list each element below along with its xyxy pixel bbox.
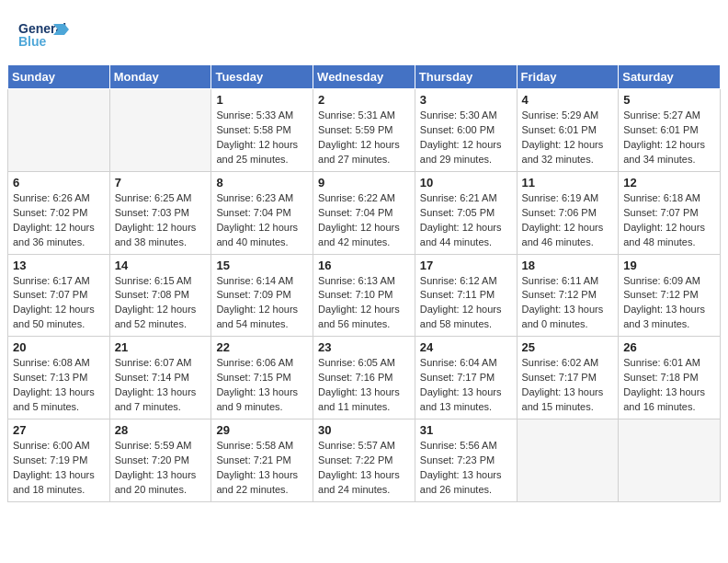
day-number: 5: [623, 93, 715, 107]
calendar-cell: 18Sunrise: 6:11 AM Sunset: 7:12 PM Dayli…: [517, 254, 619, 337]
day-details: Sunrise: 6:04 AM Sunset: 7:17 PM Dayligh…: [420, 356, 512, 415]
calendar-cell: 14Sunrise: 6:15 AM Sunset: 7:08 PM Dayli…: [109, 254, 211, 337]
day-details: Sunrise: 5:58 AM Sunset: 7:21 PM Dayligh…: [216, 439, 308, 498]
week-row-5: 27Sunrise: 6:00 AM Sunset: 7:19 PM Dayli…: [8, 419, 721, 502]
day-number: 25: [522, 340, 614, 354]
calendar-table: SundayMondayTuesdayWednesdayThursdayFrid…: [7, 64, 721, 502]
day-number: 29: [216, 423, 308, 437]
calendar-cell: 4Sunrise: 5:29 AM Sunset: 6:01 PM Daylig…: [517, 89, 619, 172]
calendar-cell: [109, 89, 211, 172]
calendar-cell: 22Sunrise: 6:06 AM Sunset: 7:15 PM Dayli…: [211, 337, 313, 419]
calendar-cell: 19Sunrise: 6:09 AM Sunset: 7:12 PM Dayli…: [619, 254, 721, 337]
weekday-header-thursday: Thursday: [415, 65, 517, 89]
calendar-cell: 9Sunrise: 6:22 AM Sunset: 7:04 PM Daylig…: [313, 171, 415, 254]
day-details: Sunrise: 6:02 AM Sunset: 7:17 PM Dayligh…: [522, 356, 614, 415]
page-header: General Blue: [0, 0, 728, 64]
weekday-header-row: SundayMondayTuesdayWednesdayThursdayFrid…: [8, 65, 721, 89]
day-number: 23: [318, 340, 410, 354]
calendar-cell: 31Sunrise: 5:56 AM Sunset: 7:23 PM Dayli…: [415, 419, 517, 502]
day-number: 19: [623, 259, 715, 272]
calendar-cell: [8, 89, 110, 172]
week-row-1: 1Sunrise: 5:33 AM Sunset: 5:58 PM Daylig…: [8, 89, 721, 172]
day-details: Sunrise: 6:19 AM Sunset: 7:06 PM Dayligh…: [522, 191, 614, 250]
week-row-4: 20Sunrise: 6:08 AM Sunset: 7:13 PM Dayli…: [8, 337, 721, 419]
day-details: Sunrise: 5:56 AM Sunset: 7:23 PM Dayligh…: [420, 439, 512, 498]
calendar-cell: 20Sunrise: 6:08 AM Sunset: 7:13 PM Dayli…: [8, 337, 110, 419]
day-number: 3: [420, 93, 512, 107]
day-number: 30: [318, 423, 410, 437]
calendar-cell: 30Sunrise: 5:57 AM Sunset: 7:22 PM Dayli…: [313, 419, 415, 502]
day-details: Sunrise: 5:31 AM Sunset: 5:59 PM Dayligh…: [318, 109, 410, 167]
day-number: 20: [13, 340, 105, 354]
day-number: 18: [522, 259, 614, 272]
day-number: 2: [318, 93, 410, 107]
calendar-cell: 7Sunrise: 6:25 AM Sunset: 7:03 PM Daylig…: [109, 171, 211, 254]
calendar-cell: 6Sunrise: 6:26 AM Sunset: 7:02 PM Daylig…: [8, 171, 110, 254]
calendar-cell: 15Sunrise: 6:14 AM Sunset: 7:09 PM Dayli…: [211, 254, 313, 337]
day-details: Sunrise: 5:27 AM Sunset: 6:01 PM Dayligh…: [623, 109, 715, 167]
day-number: 17: [420, 259, 512, 272]
day-number: 26: [623, 340, 715, 354]
day-number: 4: [522, 93, 614, 107]
day-details: Sunrise: 6:15 AM Sunset: 7:08 PM Dayligh…: [115, 274, 207, 333]
weekday-header-wednesday: Wednesday: [313, 65, 415, 89]
day-number: 12: [623, 176, 715, 190]
calendar-cell: 23Sunrise: 6:05 AM Sunset: 7:16 PM Dayli…: [313, 337, 415, 419]
calendar-cell: 13Sunrise: 6:17 AM Sunset: 7:07 PM Dayli…: [8, 254, 110, 337]
calendar-cell: 12Sunrise: 6:18 AM Sunset: 7:07 PM Dayli…: [619, 171, 721, 254]
day-number: 8: [216, 176, 308, 190]
day-details: Sunrise: 6:06 AM Sunset: 7:15 PM Dayligh…: [216, 356, 308, 415]
day-number: 21: [115, 340, 207, 354]
day-details: Sunrise: 5:30 AM Sunset: 6:00 PM Dayligh…: [420, 109, 512, 167]
day-details: Sunrise: 6:00 AM Sunset: 7:19 PM Dayligh…: [13, 439, 105, 498]
weekday-header-monday: Monday: [109, 65, 211, 89]
day-details: Sunrise: 6:07 AM Sunset: 7:14 PM Dayligh…: [115, 356, 207, 415]
calendar-cell: 5Sunrise: 5:27 AM Sunset: 6:01 PM Daylig…: [619, 89, 721, 172]
day-details: Sunrise: 5:29 AM Sunset: 6:01 PM Dayligh…: [522, 109, 614, 167]
day-details: Sunrise: 6:11 AM Sunset: 7:12 PM Dayligh…: [522, 274, 614, 333]
day-details: Sunrise: 6:12 AM Sunset: 7:11 PM Dayligh…: [420, 274, 512, 333]
day-details: Sunrise: 6:05 AM Sunset: 7:16 PM Dayligh…: [318, 356, 410, 415]
calendar-cell: 8Sunrise: 6:23 AM Sunset: 7:04 PM Daylig…: [211, 171, 313, 254]
day-number: 9: [318, 176, 410, 190]
calendar-cell: 3Sunrise: 5:30 AM Sunset: 6:00 PM Daylig…: [415, 89, 517, 172]
day-details: Sunrise: 5:59 AM Sunset: 7:20 PM Dayligh…: [115, 439, 207, 498]
day-number: 14: [115, 259, 207, 272]
day-details: Sunrise: 5:33 AM Sunset: 5:58 PM Dayligh…: [216, 109, 308, 167]
day-number: 7: [115, 176, 207, 190]
calendar-cell: [517, 419, 619, 502]
day-details: Sunrise: 5:57 AM Sunset: 7:22 PM Dayligh…: [318, 439, 410, 498]
calendar-cell: 2Sunrise: 5:31 AM Sunset: 5:59 PM Daylig…: [313, 89, 415, 172]
calendar-cell: [619, 419, 721, 502]
day-number: 22: [216, 340, 308, 354]
day-details: Sunrise: 6:26 AM Sunset: 7:02 PM Dayligh…: [13, 191, 105, 250]
day-number: 27: [13, 423, 105, 437]
day-details: Sunrise: 6:17 AM Sunset: 7:07 PM Dayligh…: [13, 274, 105, 333]
day-details: Sunrise: 6:08 AM Sunset: 7:13 PM Dayligh…: [13, 356, 105, 415]
calendar-cell: 24Sunrise: 6:04 AM Sunset: 7:17 PM Dayli…: [415, 337, 517, 419]
week-row-2: 6Sunrise: 6:26 AM Sunset: 7:02 PM Daylig…: [8, 171, 721, 254]
calendar-cell: 17Sunrise: 6:12 AM Sunset: 7:11 PM Dayli…: [415, 254, 517, 337]
calendar-cell: 1Sunrise: 5:33 AM Sunset: 5:58 PM Daylig…: [211, 89, 313, 172]
day-number: 31: [420, 423, 512, 437]
day-number: 28: [115, 423, 207, 437]
svg-text:Blue: Blue: [18, 34, 47, 49]
day-details: Sunrise: 6:25 AM Sunset: 7:03 PM Dayligh…: [115, 191, 207, 250]
logo: General Blue: [18, 17, 69, 55]
calendar-cell: 16Sunrise: 6:13 AM Sunset: 7:10 PM Dayli…: [313, 254, 415, 337]
day-number: 24: [420, 340, 512, 354]
calendar-cell: 29Sunrise: 5:58 AM Sunset: 7:21 PM Dayli…: [211, 419, 313, 502]
day-details: Sunrise: 6:22 AM Sunset: 7:04 PM Dayligh…: [318, 191, 410, 250]
calendar-cell: 26Sunrise: 6:01 AM Sunset: 7:18 PM Dayli…: [619, 337, 721, 419]
week-row-3: 13Sunrise: 6:17 AM Sunset: 7:07 PM Dayli…: [8, 254, 721, 337]
day-number: 6: [13, 176, 105, 190]
day-details: Sunrise: 6:13 AM Sunset: 7:10 PM Dayligh…: [318, 274, 410, 333]
day-number: 11: [522, 176, 614, 190]
day-number: 10: [420, 176, 512, 190]
day-number: 1: [216, 93, 308, 107]
calendar-cell: 28Sunrise: 5:59 AM Sunset: 7:20 PM Dayli…: [109, 419, 211, 502]
day-details: Sunrise: 6:23 AM Sunset: 7:04 PM Dayligh…: [216, 191, 308, 250]
calendar-cell: 10Sunrise: 6:21 AM Sunset: 7:05 PM Dayli…: [415, 171, 517, 254]
day-details: Sunrise: 6:21 AM Sunset: 7:05 PM Dayligh…: [420, 191, 512, 250]
weekday-header-tuesday: Tuesday: [211, 65, 313, 89]
